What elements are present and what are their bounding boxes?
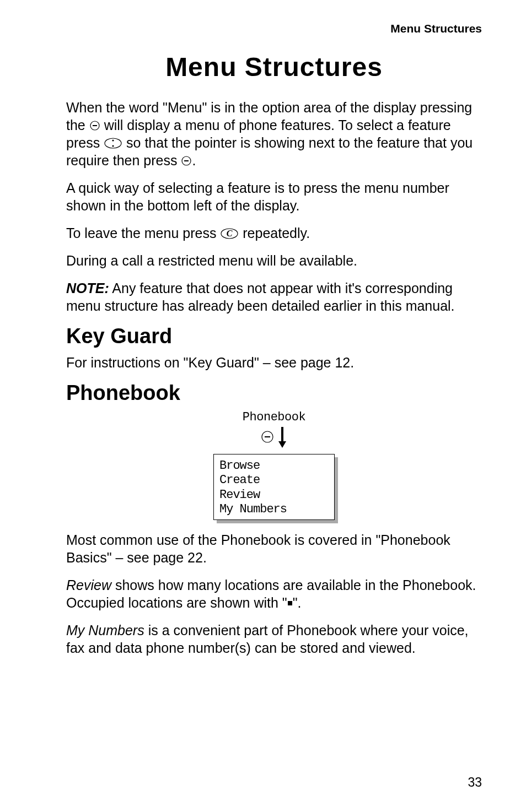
paragraph: A quick way of selecting a feature is to… — [66, 179, 482, 214]
phone-screen: Browse Create Review My Numbers — [213, 454, 335, 520]
small-circle-button-icon-3 — [261, 430, 274, 443]
text-segment: shows how many locations are available i… — [66, 577, 476, 610]
svg-point-4 — [112, 145, 114, 147]
paragraph: To leave the menu press C repeatedly. — [66, 224, 482, 242]
svg-rect-6 — [184, 160, 189, 161]
svg-point-3 — [112, 140, 114, 142]
black-square-icon — [287, 600, 293, 606]
phonebook-arrow-row — [261, 426, 287, 448]
screen-line: Browse — [219, 459, 329, 473]
screen-line: My Numbers — [219, 502, 329, 517]
text-segment: . — [192, 153, 196, 168]
text-segment: so that the pointer is showing next to t… — [66, 135, 473, 168]
key-guard-heading: Key Guard — [66, 324, 482, 348]
small-circle-button-icon-2 — [181, 155, 192, 166]
key-guard-text: For instructions on "Key Guard" – see pa… — [66, 354, 482, 371]
italic-term: Review — [66, 577, 111, 593]
header-running-title: Menu Structures — [66, 22, 482, 35]
note-paragraph: NOTE: Any feature that does not appear w… — [66, 279, 482, 315]
text-segment: ". — [293, 595, 302, 610]
svg-rect-13 — [288, 601, 292, 605]
page-title: Menu Structures — [66, 52, 482, 82]
italic-term: My Numbers — [66, 622, 144, 638]
text-segment: To leave the menu press — [66, 225, 220, 241]
phonebook-label: Phonebook — [243, 410, 305, 424]
intro-paragraph: When the word "Menu" is in the option ar… — [66, 99, 482, 169]
svg-marker-12 — [278, 441, 286, 448]
screen-content: Browse Create Review My Numbers — [213, 454, 335, 520]
phonebook-heading: Phonebook — [66, 381, 482, 405]
svg-text:C: C — [227, 229, 233, 238]
page-number: 33 — [468, 775, 482, 790]
down-arrow-icon — [277, 426, 287, 448]
text-segment: repeatedly. — [239, 225, 310, 241]
text-segment: Any feature that does not appear with it… — [66, 280, 455, 313]
c-button-icon: C — [220, 228, 239, 240]
svg-rect-1 — [93, 125, 97, 126]
paragraph: Most common use of the Phonebook is cove… — [66, 531, 482, 566]
svg-rect-10 — [265, 436, 270, 437]
nav-ellipse-icon — [104, 137, 122, 149]
paragraph: Review shows how many locations are avai… — [66, 576, 482, 611]
screen-line: Review — [219, 488, 329, 502]
phonebook-figure: Phonebook Browse Create Review My Number… — [66, 410, 482, 520]
small-circle-button-icon — [89, 120, 100, 131]
paragraph: My Numbers is a convenient part of Phone… — [66, 621, 482, 657]
paragraph: During a call a restricted menu will be … — [66, 252, 482, 269]
screen-line: Create — [219, 473, 329, 488]
note-label: NOTE: — [66, 280, 109, 296]
